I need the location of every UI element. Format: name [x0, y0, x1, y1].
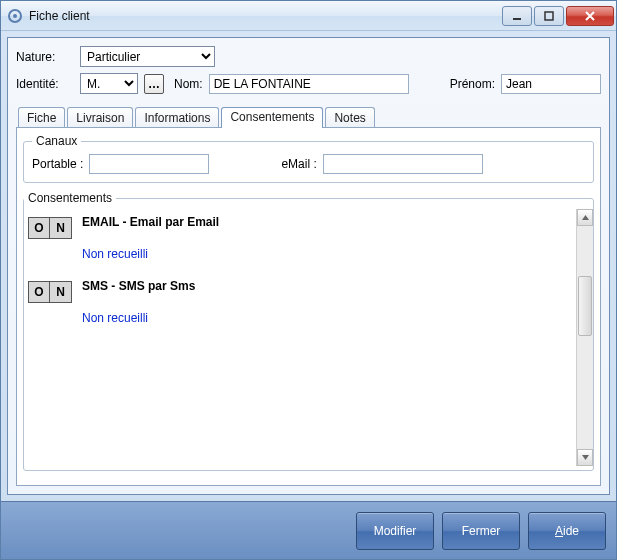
close-button[interactable]	[566, 6, 614, 26]
toggle-o[interactable]: O	[28, 281, 50, 303]
consent-status: Non recueilli	[82, 311, 195, 325]
portable-label: Portable :	[32, 157, 83, 171]
nom-label: Nom:	[174, 77, 203, 91]
tab-fiche[interactable]: Fiche	[18, 107, 65, 128]
nature-select[interactable]: Particulier	[80, 46, 215, 67]
group-canaux: Canaux Portable : eMail :	[23, 134, 594, 183]
consent-area: O N EMAIL - Email par Email Non recueill…	[24, 205, 593, 470]
title-select[interactable]: M.	[80, 73, 138, 94]
prenom-field[interactable]	[501, 74, 601, 94]
toggle-n[interactable]: N	[50, 217, 72, 239]
consent-toggle[interactable]: O N	[28, 281, 72, 303]
window-title: Fiche client	[29, 9, 502, 23]
consent-list: O N EMAIL - Email par Email Non recueill…	[24, 209, 576, 466]
modifier-button[interactable]: Modifier	[356, 512, 434, 550]
nom-field[interactable]	[209, 74, 409, 94]
fermer-button[interactable]: Fermer	[442, 512, 520, 550]
app-icon	[7, 8, 23, 24]
tab-livraison[interactable]: Livraison	[67, 107, 133, 128]
consent-toggle[interactable]: O N	[28, 217, 72, 239]
svg-point-1	[13, 14, 17, 18]
scroll-up-button[interactable]	[577, 209, 593, 226]
tab-consentements[interactable]: Consentements	[221, 107, 323, 128]
titlebar[interactable]: Fiche client	[1, 1, 616, 31]
maximize-button[interactable]	[534, 6, 564, 26]
consent-title: EMAIL - Email par Email	[82, 215, 219, 229]
identite-label: Identité:	[16, 77, 74, 91]
toggle-n[interactable]: N	[50, 281, 72, 303]
tab-panel-consentements: Canaux Portable : eMail : Consentements …	[16, 127, 601, 486]
toggle-o[interactable]: O	[28, 217, 50, 239]
tab-notes[interactable]: Notes	[325, 107, 374, 128]
email-label: eMail :	[281, 157, 316, 171]
consentements-legend: Consentements	[24, 191, 116, 205]
nature-label: Nature:	[16, 50, 74, 64]
svg-rect-2	[513, 18, 521, 20]
row-identite: Identité: M. … Nom: Prénom:	[16, 73, 601, 94]
identity-more-button[interactable]: …	[144, 74, 164, 94]
group-consentements: Consentements O N EMAIL - Email par Emai…	[23, 191, 594, 471]
canaux-legend: Canaux	[32, 134, 81, 148]
email-field[interactable]	[323, 154, 483, 174]
list-item: O N EMAIL - Email par Email Non recueill…	[28, 215, 572, 271]
window-frame: Fiche client Nature: Particulier Identit…	[0, 0, 617, 560]
consent-title: SMS - SMS par Sms	[82, 279, 195, 293]
window-buttons	[502, 6, 614, 26]
scroll-thumb[interactable]	[578, 276, 592, 336]
footer-bar: Modifier Fermer Aide	[1, 501, 616, 559]
aide-button[interactable]: Aide	[528, 512, 606, 550]
prenom-label: Prénom:	[450, 77, 495, 91]
consent-status: Non recueilli	[82, 247, 219, 261]
scroll-down-button[interactable]	[577, 449, 593, 466]
row-nature: Nature: Particulier	[16, 46, 601, 67]
tab-informations[interactable]: Informations	[135, 107, 219, 128]
scroll-track[interactable]	[577, 226, 593, 449]
tabstrip: Fiche Livraison Informations Consentemen…	[16, 106, 601, 127]
ellipsis-icon: …	[148, 77, 160, 91]
svg-rect-3	[545, 12, 553, 20]
list-item: O N SMS - SMS par Sms Non recueilli	[28, 279, 572, 335]
portable-field[interactable]	[89, 154, 209, 174]
scrollbar[interactable]	[576, 209, 593, 466]
content-frame: Nature: Particulier Identité: M. … Nom: …	[7, 37, 610, 495]
minimize-button[interactable]	[502, 6, 532, 26]
